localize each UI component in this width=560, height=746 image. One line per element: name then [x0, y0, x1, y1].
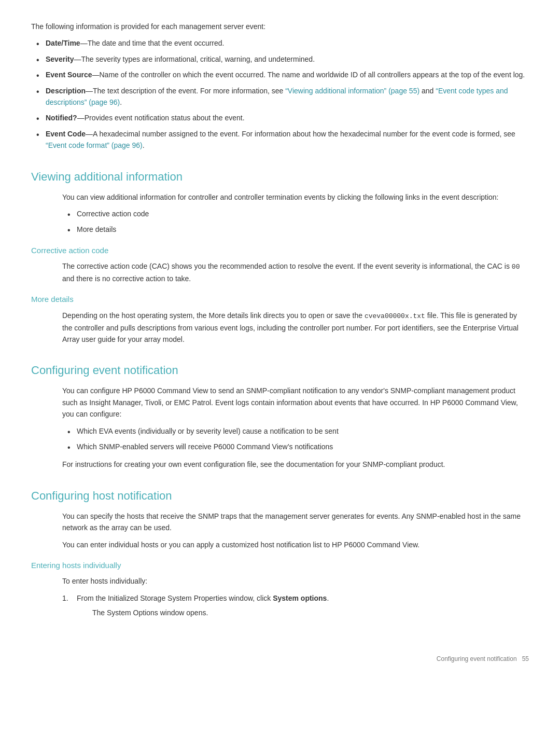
configuring-event-heading: Configuring event notification	[31, 360, 529, 379]
bullet-eventsource-sep: —	[92, 71, 99, 79]
bullet-eventcode-sep: —	[86, 130, 93, 138]
more-details-text: Depending on the host operating system, …	[62, 310, 529, 346]
configuring-event-bullet-2: Which SNMP-enabled servers will receive …	[62, 441, 529, 452]
step-1-text: From the Initialized Storage System Prop…	[77, 594, 273, 602]
entering-hosts-intro: To enter hosts individually:	[62, 575, 529, 587]
bullet-description-sep: —	[86, 87, 93, 95]
configuring-event-bullets: Which EVA events (individually or by sev…	[62, 425, 529, 453]
viewing-bullet-more: More details	[62, 224, 529, 235]
bullet-notified-sep: —	[77, 114, 85, 122]
bullet-severity-label: Severity	[46, 55, 74, 63]
configuring-host-heading: Configuring host notification	[31, 485, 529, 504]
bullet-eventcode-label: Event Code	[46, 130, 86, 138]
corrective-action-body: The corrective action code (CAC) shows y…	[31, 260, 529, 284]
bullet-severity-sep: —	[74, 55, 81, 63]
bullet-eventcode-end: .	[143, 141, 145, 149]
footer-page: 55	[522, 655, 529, 662]
page-content: The following information is provided fo…	[31, 21, 529, 664]
corrective-action-heading: Corrective action code	[31, 245, 529, 257]
bullet-datetime-label: Date/Time	[46, 39, 80, 47]
more-details-body: Depending on the host operating system, …	[31, 310, 529, 346]
bullet-notified-text: Provides event notification status about…	[85, 114, 245, 122]
bullet-datetime-sep: —	[80, 39, 88, 47]
bullet-datetime: Date/Time—The date and time that the eve…	[31, 37, 529, 49]
entering-hosts-heading: Entering hosts individually	[31, 560, 529, 572]
step-1-end: .	[327, 594, 329, 602]
bullet-description-end: .	[120, 98, 122, 106]
bullet-eventsource-label: Event Source	[46, 71, 92, 79]
configuring-event-intro: You can configure HP P6000 Command View …	[62, 385, 529, 420]
bullet-eventsource: Event Source—Name of the controller on w…	[31, 69, 529, 80]
step-1: From the Initialized Storage System Prop…	[62, 592, 529, 619]
more-details-filename: cveva00000x.txt	[365, 312, 425, 320]
viewing-bullet-cac: Corrective action code	[62, 208, 529, 219]
configuring-host-para1: You can specify the hosts that receive t…	[62, 510, 529, 534]
intro-paragraph: The following information is provided fo…	[31, 21, 529, 32]
bullet-notified: Notified?—Provides event notification st…	[31, 112, 529, 123]
configuring-host-para2: You can enter individual hosts or you ca…	[62, 539, 529, 550]
bullet-description: Description—The text description of the …	[31, 85, 529, 108]
event-code-format-link[interactable]: “Event code format” (page 96)	[46, 141, 143, 149]
bullet-notified-label: Notified?	[46, 114, 77, 122]
intro-bullets: Date/Time—The date and time that the eve…	[31, 37, 529, 151]
bullet-eventcode: Event Code—A hexadecimal number assigned…	[31, 128, 529, 151]
viewing-section-body: You can view additional information for …	[31, 191, 529, 236]
entering-hosts-steps: From the Initialized Storage System Prop…	[62, 592, 529, 619]
step-1-sub: The System Options window opens.	[77, 607, 529, 618]
bullet-eventcode-text: A hexadecimal number assigned to the eve…	[93, 130, 515, 138]
viewing-section-heading: Viewing additional information	[31, 166, 529, 185]
bullet-description-label: Description	[46, 87, 86, 95]
more-details-heading: More details	[31, 294, 529, 306]
entering-hosts-body: To enter hosts individually: From the In…	[31, 575, 529, 618]
bullet-description-text: The text description of the event. For m…	[93, 87, 285, 95]
viewing-intro: You can view additional information for …	[62, 191, 529, 203]
corrective-action-text: The corrective action code (CAC) shows y…	[62, 260, 529, 284]
viewing-bullets: Corrective action code More details	[62, 208, 529, 236]
step-1-sub-text: The System Options window opens.	[92, 607, 529, 618]
viewing-additional-link[interactable]: “Viewing additional information” (page 5…	[285, 87, 419, 95]
configuring-event-bullet-1: Which EVA events (individually or by sev…	[62, 425, 529, 437]
bullet-severity-text: The severity types are informational, cr…	[81, 55, 315, 63]
bullet-description-middle: and	[419, 87, 436, 95]
corrective-action-code: 00	[512, 263, 520, 271]
page-footer: Configuring event notification 55	[31, 650, 529, 664]
bullet-datetime-text: The date and time that the event occurre…	[88, 39, 225, 47]
configuring-event-footer: For instructions for creating your own e…	[62, 459, 529, 470]
bullet-eventsource-text: Name of the controller on which the even…	[99, 71, 525, 79]
footer-text: Configuring event notification	[437, 655, 517, 662]
configuring-host-body: You can specify the hosts that receive t…	[31, 510, 529, 550]
step-1-bold: System options	[273, 594, 327, 602]
bullet-severity: Severity—The severity types are informat…	[31, 53, 529, 65]
configuring-event-body: You can configure HP P6000 Command View …	[31, 385, 529, 470]
